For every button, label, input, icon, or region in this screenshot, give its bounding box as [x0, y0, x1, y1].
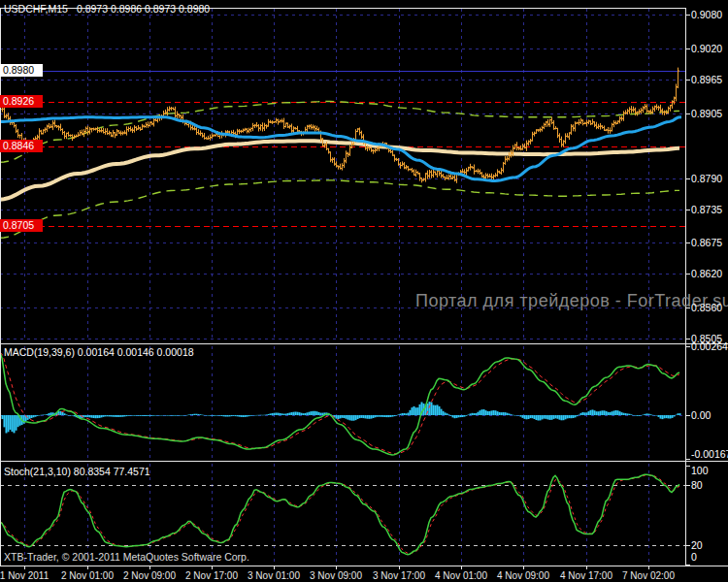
time-axis-label: 3 Nov 01:00 [248, 570, 300, 582]
ohlc-values: 0.8973 0.8986 0.8973 0.8980 [77, 3, 210, 15]
price-axis-label: 0.8905 [691, 108, 722, 119]
stoch-indicator-label: Stoch(21,3,10) 80.8354 77.4571 [4, 466, 150, 478]
price-tag-current: 0.8980 [0, 64, 43, 77]
stoch-axis-label: 20 [691, 539, 703, 551]
time-axis-label: 4 Nov 09:00 [497, 570, 549, 582]
time-axis-label: 7 Nov 02:00 [622, 570, 675, 582]
time-axis-label: 3 Nov 09:00 [310, 570, 362, 582]
price-axis-label: 0.8560 [691, 302, 722, 313]
price-axis-label: 0.8675 [691, 237, 722, 248]
time-axis-label: 3 Nov 17:00 [373, 570, 425, 582]
macd-axis-label: 0.00 [691, 409, 711, 421]
price-axis-label: 0.8620 [691, 268, 722, 279]
time-axis-label: 4 Nov 01:00 [435, 570, 487, 582]
price-axis-label: 0.8790 [691, 173, 722, 184]
symbol-period-label: USDCHF,M15 [4, 3, 68, 15]
price-axis-label: 0.9020 [691, 43, 722, 54]
price-axis-label: 0.9080 [691, 9, 722, 20]
chart-title: USDCHF,M150.8973 0.8986 0.8973 0.8980 [4, 3, 210, 16]
time-axis-label: 2 Nov 17:00 [185, 570, 238, 582]
copyright-label: XTB-Trader, © 2001-2011 MetaQuotes Softw… [4, 551, 249, 563]
macd-axis-label: -0.00167 [691, 448, 728, 460]
price-axis-label: 0.8965 [691, 74, 722, 85]
price-tag-red: 0.8705 [0, 219, 43, 232]
stoch-axis-label: 80 [691, 479, 703, 491]
macd-axis-label: 0.00264 [691, 340, 728, 352]
time-axis-label: 2 Nov 09:00 [123, 570, 176, 582]
watermark: Портал для трейдеров - ForTrader.su [415, 291, 728, 311]
macd-indicator-label: MACD(19,39,6) 0.00164 0.00146 0.00018 [4, 346, 194, 359]
mt4-chart-window[interactable]: USDCHF,M150.8973 0.8986 0.8973 0.8980 MA… [0, 0, 728, 582]
time-axis-label: 1 Nov 2011 [0, 570, 49, 582]
stoch-axis-label: 100 [691, 465, 709, 476]
macd-panel[interactable] [0, 345, 685, 460]
price-axis-label: 0.8735 [691, 204, 722, 215]
time-axis-label: 4 Nov 17:00 [560, 570, 612, 582]
stoch-axis-label: 0 [691, 551, 697, 563]
price-tag-red: 0.8926 [0, 95, 43, 108]
price-tag-red: 0.8846 [0, 140, 43, 152]
time-axis-label: 2 Nov 01:00 [61, 570, 114, 582]
